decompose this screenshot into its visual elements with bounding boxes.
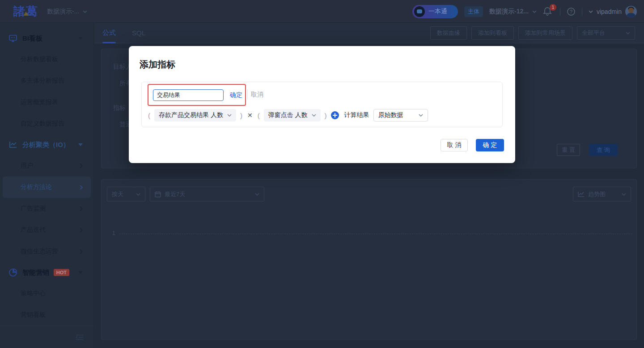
formula-row: ( 存款产品交易结果 人数 ) ✕ ( 弹窗点击 人数 ) 计算结果 原始数据	[148, 109, 428, 122]
inline-cancel-link[interactable]: 取消	[251, 91, 263, 99]
sidebar-item-label: 微信生态运营	[21, 247, 80, 256]
sidebar-item-label: 多主体分析报告	[21, 77, 83, 85]
granularity-selector[interactable]: 按天	[107, 187, 145, 201]
sidebar-item-methodology[interactable]: 分析方法论	[3, 176, 91, 198]
remove-operator-icon[interactable]: ✕	[246, 112, 254, 119]
collapse-sidebar-icon[interactable]	[76, 334, 84, 340]
app-header: 諸葛 数据演示-... 一本通 主体 数据演示-12... 1 ? vipad	[0, 0, 644, 23]
add-to-scenes-button[interactable]: 添加到常用场景	[518, 26, 572, 40]
sidebar-item-multi-entity-report[interactable]: 多主体分析报告	[0, 70, 93, 92]
query-button[interactable]: 查 询	[589, 144, 618, 156]
modal-footer: 取 消 确 定	[441, 139, 504, 151]
robot-icon	[414, 6, 425, 17]
trend-chart-icon	[578, 191, 585, 197]
sidebar-item-label: 用户	[21, 162, 80, 170]
platform-selector[interactable]: 全部平台	[577, 26, 635, 40]
header-divider	[582, 8, 582, 16]
button-label: 添加到常用场景	[525, 29, 566, 37]
workspace-selector-label: 数据演示-...	[47, 8, 79, 16]
sidebar-item-ad-monitoring[interactable]: 广告监测	[0, 198, 93, 219]
button-label: 数据血缘	[437, 29, 460, 37]
sidebar-item-label: 广告监测	[21, 205, 80, 213]
metric-2-label: 弹窗点击 人数	[268, 111, 308, 119]
sidebar-item-wechat-ecosystem[interactable]: 微信生态运营	[0, 241, 93, 262]
y-axis-tick: 1	[112, 230, 115, 236]
button-label: 添加到看板	[478, 29, 507, 37]
form-label-metric: 指标	[113, 104, 126, 112]
help-icon[interactable]: ?	[567, 7, 576, 16]
result-mode-selector[interactable]: 原始数据	[373, 109, 428, 122]
chevron-down-icon	[83, 10, 87, 13]
sidebar-footer	[0, 326, 93, 348]
sidebar-item-ops-overview[interactable]: 运营概览报表	[0, 92, 93, 113]
header-divider	[560, 8, 560, 16]
chart-type-selector[interactable]: 趋势图	[573, 187, 631, 201]
metric-2-selector[interactable]: 弹窗点击 人数	[264, 109, 321, 122]
chevron-down-icon	[136, 193, 140, 196]
workspace-selector[interactable]: 数据演示-...	[47, 8, 87, 16]
chevron-down-icon	[227, 114, 232, 117]
chart-line-icon	[9, 141, 17, 148]
chevron-down-icon	[255, 193, 259, 196]
result-label: 计算结果	[344, 111, 369, 119]
chevron-down-icon	[622, 193, 626, 196]
sidebar-item-analysis-board[interactable]: 分析数据看板	[0, 49, 93, 70]
sidebar: BI看板 分析数据看板 多主体分析报告 运营概览报表 自定义数据报告 分析聚类（…	[0, 23, 94, 348]
chevron-down-icon	[626, 32, 630, 34]
sidebar-section-bi[interactable]: BI看板	[0, 28, 93, 49]
metric-editor-panel: 确定 取消 ( 存款产品交易结果 人数 ) ✕ ( 弹窗点击 人数 ) 计算结果…	[141, 82, 503, 127]
sidebar-item-label: 分析数据看板	[21, 55, 83, 63]
hot-badge: HOT	[54, 269, 69, 276]
sidebar-item-custom-report[interactable]: 自定义数据报告	[0, 113, 93, 134]
date-range-label: 最近7天	[165, 190, 185, 198]
sidebar-item-label: 分析方法论	[21, 183, 80, 191]
arrow-right-icon	[80, 228, 83, 233]
sidebar-item-label: 运营概览报表	[21, 98, 83, 106]
date-range-selector[interactable]: 最近7天	[150, 187, 264, 201]
metric-1-selector[interactable]: 存款产品交易结果 人数	[154, 109, 236, 122]
user-menu[interactable]: vipadmin	[589, 6, 637, 17]
sidebar-item-label: 产品迭代	[21, 226, 80, 234]
svg-text:?: ?	[570, 9, 572, 14]
sidebar-item-marketing-board[interactable]: 营销看板	[0, 304, 93, 326]
add-to-board-button[interactable]: 添加到看板	[471, 26, 514, 40]
tab-formula[interactable]: 公式	[102, 23, 116, 43]
modal-cancel-button[interactable]: 取 消	[441, 139, 468, 151]
notification-button[interactable]: 1	[543, 6, 554, 17]
granularity-label: 按天	[112, 190, 123, 198]
sidebar-section-analysis[interactable]: 分析聚类（IO）	[0, 134, 93, 155]
sidebar-item-users[interactable]: 用户	[0, 155, 93, 176]
inline-confirm-link[interactable]: 确定	[230, 91, 242, 99]
open-paren: (	[148, 112, 150, 119]
arrow-right-icon	[80, 164, 83, 168]
sidebar-item-label: 自定义数据报告	[21, 120, 83, 128]
sidebar-item-product-iteration[interactable]: 产品迭代	[0, 219, 93, 241]
open-paren: (	[258, 112, 260, 119]
pie-icon	[9, 268, 17, 277]
sidebar-item-label: 营销看板	[21, 311, 83, 319]
tab-label: 公式	[102, 29, 116, 37]
metric-name-highlight: 确定	[148, 84, 246, 106]
entity-selector[interactable]: 数据演示-12...	[489, 8, 537, 16]
sidebar-section-marketing[interactable]: 智能营销 HOT	[0, 262, 93, 283]
notification-badge: 1	[550, 4, 556, 11]
modal-confirm-button[interactable]: 确 定	[476, 139, 504, 151]
close-paren: )	[325, 112, 327, 119]
app-logo: 諸葛	[13, 4, 38, 19]
modal-title: 添加指标	[140, 59, 175, 71]
data-lineage-button[interactable]: 数据血缘	[430, 26, 467, 40]
platform-selector-label: 全部平台	[582, 29, 605, 37]
assistant-button[interactable]: 一本通	[412, 5, 458, 18]
reset-button[interactable]: 重 置	[557, 144, 580, 156]
assistant-button-label: 一本通	[428, 8, 447, 16]
username: vipadmin	[597, 8, 622, 15]
add-metric-icon[interactable]	[331, 111, 339, 119]
tab-sql[interactable]: SQL	[132, 23, 145, 43]
close-paren: )	[240, 112, 242, 119]
sidebar-item-strategy-center[interactable]: 策略中心	[0, 283, 93, 304]
caret-down-icon	[78, 37, 83, 40]
entity-selector-label: 数据演示-12...	[489, 8, 529, 16]
add-metric-modal: 添加指标 确定 取消 ( 存款产品交易结果 人数 ) ✕ ( 弹窗点击 人数 )…	[129, 46, 515, 163]
main-topbar: 公式 SQL 数据血缘 添加到看板 添加到常用场景 全部平台	[94, 23, 644, 43]
metric-name-input[interactable]	[153, 89, 224, 101]
